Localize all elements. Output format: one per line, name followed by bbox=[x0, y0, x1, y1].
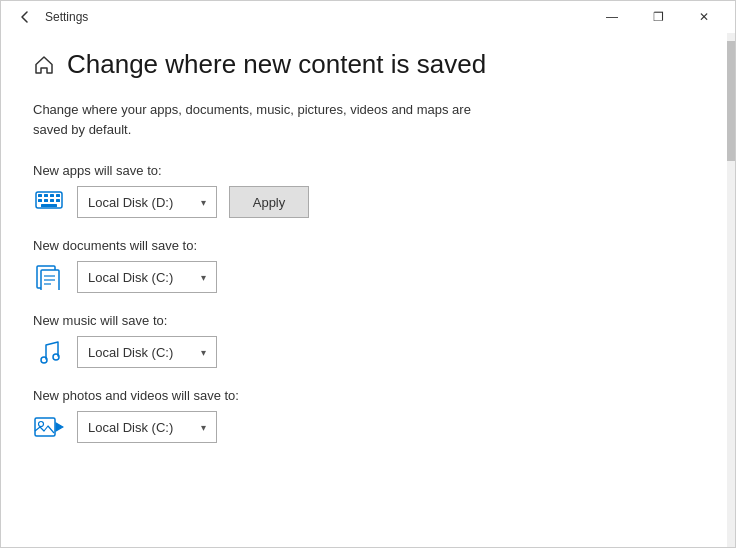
documents-icon bbox=[33, 261, 65, 293]
svg-rect-9 bbox=[41, 204, 57, 207]
music-icon bbox=[33, 336, 65, 368]
svg-rect-1 bbox=[38, 194, 42, 197]
svg-rect-4 bbox=[56, 194, 60, 197]
music-control: Local Disk (C:) ▾ bbox=[33, 336, 703, 368]
svg-rect-6 bbox=[44, 199, 48, 202]
apps-dropdown-arrow: ▾ bbox=[201, 197, 206, 208]
back-button[interactable] bbox=[13, 5, 37, 29]
svg-rect-7 bbox=[50, 199, 54, 202]
apps-label: New apps will save to: bbox=[33, 163, 703, 178]
keyboard-icon bbox=[33, 186, 65, 218]
maximize-button[interactable]: ❐ bbox=[635, 1, 681, 33]
photos-dropdown-arrow: ▾ bbox=[201, 422, 206, 433]
svg-rect-3 bbox=[50, 194, 54, 197]
settings-window: Settings — ❐ ✕ Change where new content … bbox=[0, 0, 736, 548]
minimize-button[interactable]: — bbox=[589, 1, 635, 33]
svg-marker-19 bbox=[56, 423, 63, 431]
window-title: Settings bbox=[45, 10, 589, 24]
documents-label: New documents will save to: bbox=[33, 238, 703, 253]
photos-dropdown[interactable]: Local Disk (C:) ▾ bbox=[77, 411, 217, 443]
home-icon bbox=[33, 54, 55, 76]
main-content: Change where new content is saved Change… bbox=[1, 33, 735, 547]
svg-rect-17 bbox=[35, 418, 55, 436]
music-dropdown-arrow: ▾ bbox=[201, 347, 206, 358]
documents-dropdown-arrow: ▾ bbox=[201, 272, 206, 283]
documents-setting-row: New documents will save to: Local Disk (… bbox=[33, 238, 703, 293]
page-title: Change where new content is saved bbox=[67, 49, 486, 80]
apps-control: Local Disk (D:) ▾ Apply bbox=[33, 186, 703, 218]
title-bar: Settings — ❐ ✕ bbox=[1, 1, 735, 33]
documents-control: Local Disk (C:) ▾ bbox=[33, 261, 703, 293]
music-setting-row: New music will save to: Local Disk (C:) … bbox=[33, 313, 703, 368]
svg-point-16 bbox=[53, 354, 59, 360]
svg-rect-8 bbox=[56, 199, 60, 202]
close-button[interactable]: ✕ bbox=[681, 1, 727, 33]
window-controls: — ❐ ✕ bbox=[589, 1, 727, 33]
apps-apply-button[interactable]: Apply bbox=[229, 186, 309, 218]
photos-setting-row: New photos and videos will save to: Loca… bbox=[33, 388, 703, 443]
documents-dropdown[interactable]: Local Disk (C:) ▾ bbox=[77, 261, 217, 293]
apps-setting-row: New apps will save to: bbox=[33, 163, 703, 218]
scrollbar-thumb[interactable] bbox=[727, 41, 735, 161]
apps-dropdown[interactable]: Local Disk (D:) ▾ bbox=[77, 186, 217, 218]
music-dropdown[interactable]: Local Disk (C:) ▾ bbox=[77, 336, 217, 368]
page-header: Change where new content is saved bbox=[33, 49, 703, 80]
apps-dropdown-value: Local Disk (D:) bbox=[88, 195, 193, 210]
svg-point-15 bbox=[41, 357, 47, 363]
svg-point-18 bbox=[39, 422, 44, 427]
music-label: New music will save to: bbox=[33, 313, 703, 328]
photos-dropdown-value: Local Disk (C:) bbox=[88, 420, 193, 435]
svg-rect-5 bbox=[38, 199, 42, 202]
photos-label: New photos and videos will save to: bbox=[33, 388, 703, 403]
photos-icon bbox=[33, 411, 65, 443]
documents-dropdown-value: Local Disk (C:) bbox=[88, 270, 193, 285]
scrollbar[interactable] bbox=[727, 33, 735, 547]
svg-rect-2 bbox=[44, 194, 48, 197]
music-dropdown-value: Local Disk (C:) bbox=[88, 345, 193, 360]
page-description: Change where your apps, documents, music… bbox=[33, 100, 493, 139]
photos-control: Local Disk (C:) ▾ bbox=[33, 411, 703, 443]
